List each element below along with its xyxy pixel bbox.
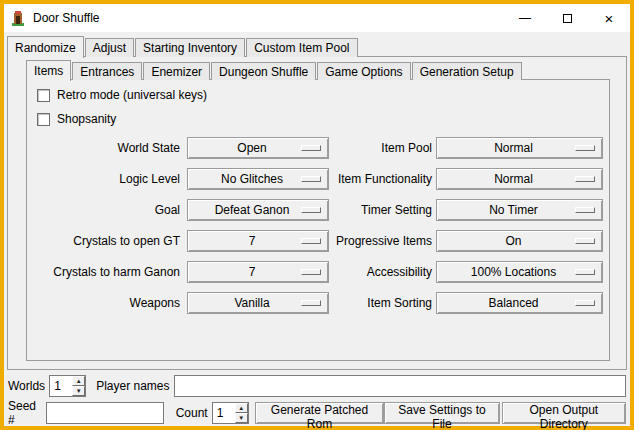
weapons-label: Weapons <box>27 296 180 310</box>
menu-indicator-icon <box>301 269 321 275</box>
titlebar: Door Shuffle — × <box>4 4 630 32</box>
option-row: Crystals to harm Ganon 7 Accessibility 1… <box>27 256 609 287</box>
worlds-value: 1 <box>50 376 72 396</box>
randomize-pane: Items Entrances Enemizer Dungeon Shuffle… <box>7 56 627 370</box>
tab-game-options[interactable]: Game Options <box>317 62 410 80</box>
retro-mode-label: Retro mode (universal keys) <box>57 88 207 102</box>
tab-enemizer[interactable]: Enemizer <box>143 62 210 80</box>
crystals-ganon-label: Crystals to harm Ganon <box>27 265 180 279</box>
player-names-label: Player names <box>96 379 169 393</box>
progressive-items-dropdown[interactable]: On <box>436 230 603 252</box>
menu-indicator-icon <box>301 300 321 306</box>
worlds-spinner[interactable]: 1 ▲ ▼ <box>49 375 86 397</box>
crystals-gt-label: Crystals to open GT <box>27 234 180 248</box>
world-state-label: World State <box>27 141 180 155</box>
count-value: 1 <box>213 403 235 423</box>
count-label: Count <box>176 406 208 420</box>
item-functionality-label: Item Functionality <box>329 172 432 186</box>
generate-patched-rom-button[interactable]: Generate Patched Rom <box>255 402 385 424</box>
goal-label: Goal <box>27 203 180 217</box>
progressive-items-label: Progressive Items <box>329 234 432 248</box>
item-pool-dropdown[interactable]: Normal <box>436 137 603 159</box>
worlds-label: Worlds <box>8 379 45 393</box>
spin-up-icon[interactable]: ▲ <box>235 403 248 413</box>
window-controls: — × <box>504 4 630 32</box>
app-window: Door Shuffle — × Randomize Adjust Starti… <box>0 0 634 430</box>
close-icon[interactable]: × <box>588 4 630 32</box>
spin-down-icon[interactable]: ▼ <box>235 413 248 423</box>
menu-indicator-icon <box>575 145 595 151</box>
menu-indicator-icon <box>575 207 595 213</box>
shopsanity-label: Shopsanity <box>57 112 116 126</box>
retro-mode-checkbox[interactable] <box>37 89 50 102</box>
menu-indicator-icon <box>575 238 595 244</box>
weapons-dropdown[interactable]: Vanilla <box>187 292 329 314</box>
menu-indicator-icon <box>301 238 321 244</box>
tab-entrances[interactable]: Entrances <box>72 62 142 80</box>
seed-row: Seed # Count 1 ▲ ▼ Generate Patched Rom … <box>8 402 626 424</box>
menu-indicator-icon <box>301 207 321 213</box>
player-names-input[interactable] <box>174 375 627 397</box>
worlds-row: Worlds 1 ▲ ▼ Player names <box>8 375 626 397</box>
menu-indicator-icon <box>575 269 595 275</box>
timer-setting-dropdown[interactable]: No Timer <box>436 199 603 221</box>
tab-items[interactable]: Items <box>26 60 71 81</box>
options-grid: World State Open Item Pool Normal Logic … <box>27 132 609 318</box>
maximize-icon[interactable] <box>546 4 588 32</box>
seed-label: Seed # <box>8 399 42 427</box>
menu-indicator-icon <box>301 176 321 182</box>
retro-mode-row: Retro mode (universal keys) <box>37 87 207 103</box>
items-pane: Retro mode (universal keys) Shopsanity W… <box>26 79 610 361</box>
option-row: Weapons Vanilla Item Sorting Balanced <box>27 287 609 318</box>
outer-tab-bar: Randomize Adjust Starting Inventory Cust… <box>7 35 359 57</box>
goal-dropdown[interactable]: Defeat Ganon <box>187 199 329 221</box>
app-icon <box>10 10 26 26</box>
crystals-ganon-dropdown[interactable]: 7 <box>187 261 329 283</box>
option-row: World State Open Item Pool Normal <box>27 132 609 163</box>
open-output-directory-button[interactable]: Open Output Directory <box>502 402 626 424</box>
window-content: Randomize Adjust Starting Inventory Cust… <box>4 32 630 426</box>
seed-input[interactable] <box>46 402 164 424</box>
logic-level-label: Logic Level <box>27 172 180 186</box>
tab-dungeon-shuffle[interactable]: Dungeon Shuffle <box>211 62 316 80</box>
spin-up-icon[interactable]: ▲ <box>72 376 85 386</box>
tab-custom-item-pool[interactable]: Custom Item Pool <box>246 38 357 57</box>
item-sorting-dropdown[interactable]: Balanced <box>436 292 603 314</box>
tab-starting-inventory[interactable]: Starting Inventory <box>135 38 245 57</box>
option-row: Goal Defeat Ganon Timer Setting No Timer <box>27 194 609 225</box>
option-row: Logic Level No Glitches Item Functionali… <box>27 163 609 194</box>
timer-setting-label: Timer Setting <box>329 203 432 217</box>
shopsanity-checkbox[interactable] <box>37 113 50 126</box>
minimize-icon[interactable]: — <box>504 4 546 32</box>
accessibility-dropdown[interactable]: 100% Locations <box>436 261 603 283</box>
option-row: Crystals to open GT 7 Progressive Items … <box>27 225 609 256</box>
crystals-gt-dropdown[interactable]: 7 <box>187 230 329 252</box>
spin-down-icon[interactable]: ▼ <box>72 386 85 396</box>
count-spinner[interactable]: 1 ▲ ▼ <box>212 402 249 424</box>
world-state-dropdown[interactable]: Open <box>187 137 329 159</box>
menu-indicator-icon <box>575 300 595 306</box>
window-title: Door Shuffle <box>33 11 100 25</box>
item-pool-label: Item Pool <box>329 141 432 155</box>
menu-indicator-icon <box>301 145 321 151</box>
save-settings-button[interactable]: Save Settings to File <box>384 402 499 424</box>
menu-indicator-icon <box>575 176 595 182</box>
tab-generation-setup[interactable]: Generation Setup <box>412 62 522 80</box>
shopsanity-row: Shopsanity <box>37 111 116 127</box>
tab-randomize[interactable]: Randomize <box>7 36 84 58</box>
item-sorting-label: Item Sorting <box>329 296 432 310</box>
accessibility-label: Accessibility <box>329 265 432 279</box>
inner-tab-bar: Items Entrances Enemizer Dungeon Shuffle… <box>26 59 523 80</box>
tab-adjust[interactable]: Adjust <box>85 38 134 57</box>
logic-level-dropdown[interactable]: No Glitches <box>187 168 329 190</box>
item-functionality-dropdown[interactable]: Normal <box>436 168 603 190</box>
